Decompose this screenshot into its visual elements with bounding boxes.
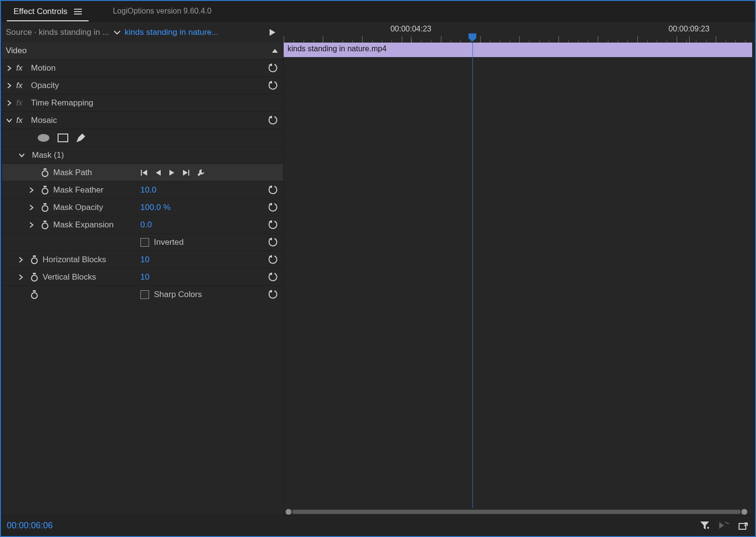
clip-strip-label: kinds standing in nature.mp4 bbox=[287, 45, 387, 53]
export-frame-icon[interactable] bbox=[739, 521, 749, 530]
svg-marker-3 bbox=[270, 29, 275, 36]
footer-bar: 00:00:06:06 bbox=[2, 516, 754, 535]
reset-icon[interactable] bbox=[269, 220, 279, 230]
checkbox-sharp-colors[interactable] bbox=[140, 290, 149, 299]
svg-point-8 bbox=[38, 134, 49, 142]
chevron-right-icon[interactable] bbox=[16, 257, 25, 263]
property-value[interactable]: 0.0 bbox=[140, 220, 179, 230]
rectangle-mask-icon[interactable] bbox=[57, 133, 69, 143]
svg-rect-22 bbox=[44, 203, 46, 205]
collapse-up-icon[interactable] bbox=[272, 48, 278, 53]
play-reverse-icon[interactable] bbox=[155, 169, 162, 176]
chevron-down-icon[interactable] bbox=[17, 153, 26, 158]
fx-badge-icon[interactable]: fx bbox=[14, 116, 25, 125]
fx-badge-icon[interactable]: fx bbox=[14, 81, 25, 90]
play-audio-button[interactable] bbox=[266, 26, 279, 39]
scroll-thumb[interactable] bbox=[292, 510, 741, 514]
reset-icon[interactable] bbox=[269, 290, 279, 299]
reset-icon[interactable] bbox=[269, 63, 279, 73]
pen-mask-icon[interactable] bbox=[76, 133, 86, 143]
property-row-sharp-colors[interactable]: Sharp Colors bbox=[2, 285, 283, 303]
ruler-timecode: 00:00:04:23 bbox=[391, 25, 432, 33]
svg-marker-4 bbox=[272, 49, 278, 53]
property-label: Vertical Blocks bbox=[43, 272, 96, 282]
property-label: Mask Expansion bbox=[53, 220, 114, 230]
svg-point-18 bbox=[42, 188, 48, 194]
reset-icon[interactable] bbox=[269, 116, 279, 125]
chevron-right-icon[interactable] bbox=[5, 100, 14, 106]
reset-icon[interactable] bbox=[269, 203, 279, 212]
filter-icon[interactable] bbox=[700, 521, 710, 530]
property-row-mask-feather[interactable]: Mask Feather 10.0 bbox=[2, 181, 283, 198]
property-row-mask-opacity[interactable]: Mask Opacity 100.0 % bbox=[2, 198, 283, 216]
horizontal-scrollbar[interactable] bbox=[286, 509, 747, 515]
chevron-right-icon[interactable] bbox=[27, 222, 36, 228]
svg-marker-14 bbox=[156, 170, 161, 176]
fx-badge-icon[interactable]: fx bbox=[14, 63, 25, 73]
playhead-line[interactable] bbox=[472, 43, 473, 508]
effect-row-opacity[interactable]: fx Opacity bbox=[2, 76, 283, 94]
mask-row[interactable]: Mask (1) bbox=[2, 146, 283, 164]
svg-rect-19 bbox=[44, 186, 46, 187]
chevron-down-icon[interactable] bbox=[112, 30, 122, 35]
effect-label: Motion bbox=[31, 63, 56, 73]
chevron-right-icon[interactable] bbox=[16, 274, 25, 280]
clip-strip[interactable]: kinds standing in nature.mp4 bbox=[284, 43, 752, 57]
chevron-down-icon[interactable] bbox=[5, 118, 14, 123]
play-only-icon[interactable] bbox=[718, 521, 730, 530]
property-label: Sharp Colors bbox=[154, 290, 202, 299]
wrench-icon[interactable] bbox=[197, 168, 205, 177]
stopwatch-icon[interactable] bbox=[41, 186, 49, 194]
property-row-horizontal-blocks[interactable]: Horizontal Blocks 10 bbox=[2, 251, 283, 268]
reset-icon[interactable] bbox=[269, 272, 279, 282]
effect-row-time-remapping[interactable]: fx Time Remapping bbox=[2, 94, 283, 111]
timeline-ruler[interactable]: 00:00:04:2300:00:09:23 bbox=[284, 21, 755, 43]
playhead-handle-icon[interactable] bbox=[468, 32, 477, 42]
svg-rect-17 bbox=[188, 170, 189, 176]
panel-menu-icon[interactable] bbox=[74, 9, 82, 15]
property-row-vertical-blocks[interactable]: Vertical Blocks 10 bbox=[2, 268, 283, 285]
mask-shape-tools bbox=[2, 129, 283, 146]
stopwatch-icon[interactable] bbox=[41, 168, 49, 177]
scroll-thumb-right-icon[interactable] bbox=[741, 509, 747, 515]
stopwatch-icon[interactable] bbox=[41, 203, 49, 212]
svg-point-34 bbox=[31, 293, 37, 298]
chevron-right-icon[interactable] bbox=[5, 65, 14, 71]
tab-effect-controls[interactable]: Effect Controls bbox=[7, 4, 89, 21]
ellipse-mask-icon[interactable] bbox=[37, 133, 50, 143]
svg-point-10 bbox=[42, 171, 48, 177]
stopwatch-icon[interactable] bbox=[30, 273, 39, 282]
property-value[interactable]: 10 bbox=[140, 255, 179, 265]
reset-icon[interactable] bbox=[269, 185, 279, 195]
stopwatch-icon[interactable] bbox=[30, 290, 39, 299]
effect-row-mosaic[interactable]: fx Mosaic bbox=[2, 111, 283, 129]
chevron-right-icon[interactable] bbox=[5, 83, 14, 89]
property-row-mask-path[interactable]: Mask Path bbox=[2, 164, 283, 181]
video-section-header[interactable]: Video bbox=[2, 43, 283, 59]
checkbox-inverted[interactable] bbox=[140, 238, 149, 247]
effect-row-motion[interactable]: fx Motion bbox=[2, 59, 283, 76]
reset-icon[interactable] bbox=[269, 238, 279, 247]
fx-badge-icon[interactable]: fx bbox=[14, 98, 25, 108]
next-keyframe-icon[interactable] bbox=[182, 169, 190, 176]
prev-keyframe-icon[interactable] bbox=[140, 169, 148, 176]
reset-icon[interactable] bbox=[269, 81, 279, 90]
property-row-inverted[interactable]: Inverted bbox=[2, 233, 283, 251]
source-clip-text: Source · kinds standing in ... bbox=[6, 28, 109, 37]
effects-timeline[interactable]: kinds standing in nature.mp4 bbox=[284, 43, 754, 515]
stopwatch-icon[interactable] bbox=[41, 221, 49, 229]
current-timecode[interactable]: 00:00:06:06 bbox=[7, 521, 53, 531]
property-label: Mask Opacity bbox=[53, 203, 103, 212]
property-row-mask-expansion[interactable]: Mask Expansion 0.0 bbox=[2, 216, 283, 233]
stopwatch-icon[interactable] bbox=[30, 255, 39, 264]
property-value[interactable]: 10.0 bbox=[140, 185, 179, 195]
sequence-clip-link[interactable]: kinds standing in nature... bbox=[125, 28, 241, 37]
svg-marker-15 bbox=[169, 170, 174, 176]
play-forward-icon[interactable] bbox=[168, 169, 175, 176]
chevron-right-icon[interactable] bbox=[27, 187, 36, 193]
scroll-thumb-left-icon[interactable] bbox=[286, 509, 291, 515]
reset-icon[interactable] bbox=[269, 255, 279, 265]
property-value[interactable]: 100.0 % bbox=[140, 203, 179, 212]
property-value[interactable]: 10 bbox=[140, 272, 179, 282]
chevron-right-icon[interactable] bbox=[27, 205, 36, 210]
